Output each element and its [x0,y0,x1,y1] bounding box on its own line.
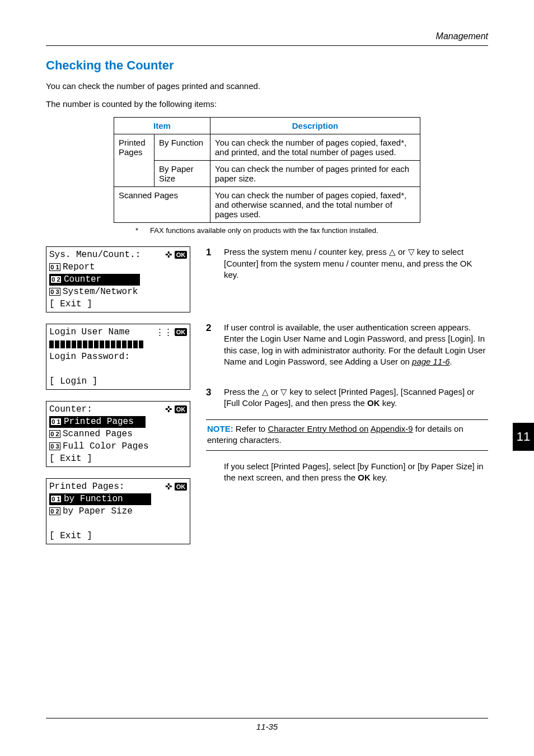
step3-ok: OK [367,398,380,408]
lcd1-exit: [ Exit ] [49,298,187,310]
header-title: Management [436,31,488,41]
step1b: or [396,247,408,256]
lcd-login: Login User Name ⋮⋮ OK Login Password: [ … [46,324,190,390]
note-label: NOTE: [207,424,233,433]
footnote-asterisk: * [135,226,150,236]
ok-icon: OK [175,251,187,259]
note-link2[interactable]: Appendix-9 [371,424,413,433]
lcd-sys-menu: Sys. Menu/Count.: ✜ OK 0 1Report 0 2Coun… [46,246,190,312]
intro-2: The number is counted by the following i… [46,99,488,110]
step-2: 2 If user control is available, the user… [206,322,488,367]
lcd2-pwd: Login Password: [49,351,130,363]
after-a: If you select [Printed Pages], select [b… [224,461,484,482]
step3a: Press the [224,387,262,396]
up-triangle-icon: △ [262,387,269,396]
cell-scanned: Scanned Pages [114,186,210,222]
ok-icon: OK [175,405,187,413]
lcd-counter: Counter: ✜ OK 0 1Printed Pages 0 2Scanne… [46,401,190,467]
step2-num: 2 [206,322,215,367]
num-02: 0 2 [49,507,60,515]
cell-byfunc-desc: You can check the number of pages copied… [210,134,420,160]
note-box: NOTE: Refer to Character Entry Method on… [206,419,488,451]
lcd3-item1: Printed Pages [64,417,134,427]
cell-bysize: By Paper Size [154,160,210,186]
th-item: Item [114,117,210,134]
step3-num: 3 [206,386,215,409]
page-header: Management [46,31,488,46]
num-01: 0 1 [49,263,60,271]
num-03: 0 3 [49,442,60,450]
lcd4-item2: by Paper Size [63,506,133,518]
lcd2-login: [ Login ] [49,375,187,388]
up-triangle-icon: △ [389,247,396,256]
step1a: Press the system menu / counter key, pre… [224,247,389,256]
lcd3-exit: [ Exit ] [49,452,187,465]
note-a: Refer to [233,424,268,433]
after-b: key. [371,473,388,482]
footnote-text: FAX functions available only on products… [150,226,378,235]
num-01: 0 1 [50,418,62,426]
lcd1-item3: System/Network [63,286,138,298]
lcd3-item3: Full Color Pages [63,441,149,453]
nav-diamond-icon: ✜ [165,481,172,492]
ok-icon: OK [175,483,187,491]
th-desc: Description [210,117,420,134]
intro-1: You can check the number of pages printe… [46,81,488,92]
lcd2-title: Login User Name [49,326,130,339]
lcd4-title: Printed Pages: [49,481,124,493]
lcd3-item2: Scanned Pages [63,428,133,441]
dots-icon: ⋮⋮ [156,326,172,338]
lcd1-item2: Counter [64,274,101,284]
down-triangle-icon: ▽ [280,387,287,396]
cell-bysize-desc: You can check the number of pages printe… [210,160,420,186]
input-cursor [49,340,144,348]
lcd4-item1: by Function [64,494,123,504]
section-heading: Checking the Counter [46,58,488,73]
counter-table: Item Description Printed Pages By Functi… [114,117,420,223]
lcd1-title: Sys. Menu/Count.: [49,249,140,262]
lcd1-item1: Report [63,262,95,274]
lcd-printed-pages: Printed Pages: ✜ OK 0 1by Function 0 2by… [46,478,190,544]
num-02: 0 2 [49,430,60,438]
step2end: . [450,357,452,366]
page-footer: 11-35 [46,718,488,731]
after-text: If you select [Printed Pages], select [b… [224,461,488,484]
ok-icon: OK [175,328,187,336]
step3d: key. [380,398,397,408]
num-02: 0 2 [50,276,62,283]
step-1: 1 Press the system menu / counter key, p… [206,246,488,281]
step2-link[interactable]: page 11-6 [412,357,450,366]
num-01: 0 1 [50,495,62,503]
step3b: or [269,387,281,396]
table-footnote: *FAX functions available only on product… [135,226,415,236]
down-triangle-icon: ▽ [408,247,415,256]
nav-diamond-icon: ✜ [165,404,172,415]
cell-byfunc: By Function [154,134,210,160]
lcd3-title: Counter: [49,404,92,416]
note-link1[interactable]: Character Entry Method on [268,424,368,433]
cell-printed: Printed Pages [114,134,154,186]
nav-diamond-icon: ✜ [165,249,172,260]
step-3: 3 Press the △ or ▽ key to select [Printe… [206,386,488,409]
after-ok: OK [358,473,371,482]
cell-scanned-desc: You can check the number of pages copied… [210,186,420,222]
num-03: 0 3 [49,288,60,296]
lcd4-exit: [ Exit ] [49,530,187,542]
step1-num: 1 [206,246,215,281]
